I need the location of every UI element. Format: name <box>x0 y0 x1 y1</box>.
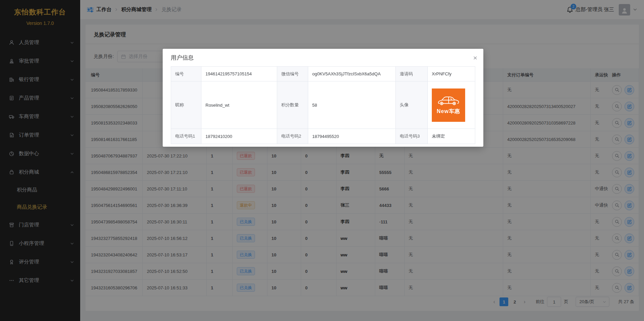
info-value: og0KV5AXh3SjJTfzcISxbX6a5dQA <box>308 67 396 81</box>
info-label: 头像 <box>396 81 428 129</box>
info-value: 58 <box>308 81 396 129</box>
info-value: 1946142195757105154 <box>201 67 277 81</box>
modal-title: 用户信息 <box>171 54 194 62</box>
info-label: 邀请码 <box>396 67 428 81</box>
modal-header: 用户信息 × <box>171 49 475 66</box>
close-icon[interactable]: × <box>473 54 477 61</box>
info-value: 18794495520 <box>308 129 396 144</box>
avatar-cell: New车惠 <box>428 81 475 129</box>
info-label: 微信编号 <box>277 67 308 81</box>
car-icon <box>437 95 460 107</box>
user-avatar-image: New车惠 <box>432 88 465 122</box>
info-label: 积分数量 <box>277 81 308 129</box>
info-label: 电话号码1 <box>171 129 201 144</box>
info-label: 电话号码2 <box>277 129 308 144</box>
info-value: 未绑定 <box>428 129 475 144</box>
avatar-brand-text: New车惠 <box>437 108 460 115</box>
info-label: 电话号码3 <box>396 129 428 144</box>
info-value: 18792410200 <box>201 129 277 144</box>
user-info-table: 编号1946142195757105154微信编号og0KV5AXh3SjJTf… <box>171 66 475 144</box>
modal-overlay <box>0 0 644 321</box>
user-info-dialog: 用户信息 × 编号1946142195757105154微信编号og0KV5AX… <box>163 49 483 147</box>
info-label: 昵称 <box>171 81 201 129</box>
info-label: 编号 <box>171 67 201 81</box>
info-value: Roselind_wt <box>201 81 277 129</box>
info-value: XrPNFCfy <box>428 67 475 81</box>
